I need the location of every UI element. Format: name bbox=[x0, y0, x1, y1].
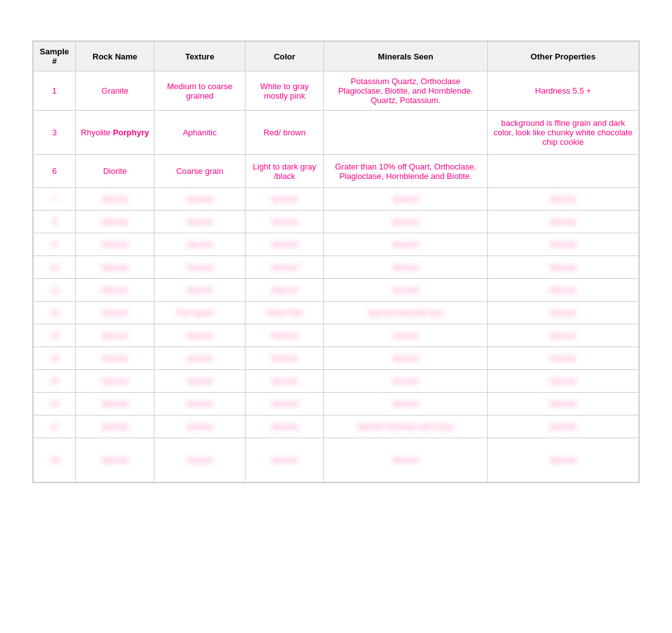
sample-cell: 7 bbox=[34, 188, 76, 211]
minerals-cell: blurred bbox=[324, 393, 487, 415]
rockname-cell: blurred bbox=[75, 211, 154, 233]
color-cell: Red/ brown bbox=[245, 111, 323, 155]
other-cell: blurred bbox=[487, 279, 638, 302]
sample-cell: 9 bbox=[34, 233, 76, 256]
table-row: 13blurredblurredblurredblurredblurred bbox=[34, 324, 639, 347]
table-row: 16blurredblurredblurredblurredblurred bbox=[34, 393, 639, 415]
table-row: 14blurredblurredblurredblurredblurred bbox=[34, 347, 639, 370]
rockname-cell: blurred bbox=[75, 415, 154, 438]
minerals-cell: blurred minerals text bbox=[324, 302, 487, 324]
other-cell: blurred bbox=[487, 324, 638, 347]
texture-cell: Medium to coarse grained bbox=[154, 71, 246, 111]
other-cell: blurred bbox=[487, 415, 638, 438]
table-row: 6DioriteCoarse grainLight to dark gray /… bbox=[34, 155, 639, 188]
color-cell: blurred bbox=[245, 256, 323, 279]
sample-cell: 15 bbox=[34, 370, 76, 393]
texture-cell: Coarse grain bbox=[154, 155, 246, 188]
texture-cell: Aphanitic bbox=[154, 111, 246, 155]
color-cell: Light to dark gray /black bbox=[245, 155, 323, 188]
table-row: 11blurredblurredblurredblurredblurred bbox=[34, 279, 639, 302]
sample-cell: 17 bbox=[34, 415, 76, 438]
main-table: Sample # Rock Name Texture Color Mineral… bbox=[32, 40, 640, 483]
other-cell: Hardness 5.5 + bbox=[487, 71, 638, 111]
texture-cell: blurred bbox=[154, 324, 246, 347]
color-cell: White to gray mostly pink bbox=[245, 71, 323, 111]
color-cell: blurred bbox=[245, 370, 323, 393]
table-header: Sample # Rock Name Texture Color Mineral… bbox=[34, 42, 639, 71]
sample-cell: 11 bbox=[34, 279, 76, 302]
col-texture: Texture bbox=[154, 42, 246, 71]
minerals-cell: Grater than 10% off Quart, Orthoclase, P… bbox=[324, 155, 487, 188]
minerals-cell: blurred minerals and more bbox=[324, 415, 487, 438]
table-row: 10blurredblurredblurredblurredblurred bbox=[34, 256, 639, 279]
minerals-cell: blurred bbox=[324, 233, 487, 256]
sample-cell: 3 bbox=[34, 111, 76, 155]
other-cell: blurred bbox=[487, 393, 638, 415]
minerals-cell: blurred bbox=[324, 370, 487, 393]
other-cell: blurred bbox=[487, 302, 638, 324]
sample-cell: 14 bbox=[34, 347, 76, 370]
rockname-cell: blurred bbox=[75, 233, 154, 256]
table-row: 9blurredblurredblurredblurredblurred bbox=[34, 233, 639, 256]
texture-cell: Fine grain ... bbox=[154, 302, 246, 324]
minerals-cell bbox=[324, 111, 487, 155]
table-row: 3Rhyolite PorphyryAphaniticRed/ brownbac… bbox=[34, 111, 639, 155]
rockname-cell: blurred bbox=[75, 347, 154, 370]
color-cell: blurred bbox=[245, 438, 323, 482]
table-row: 15blurredblurredblurredblurredblurred bbox=[34, 370, 639, 393]
color-cell: blurred bbox=[245, 279, 323, 302]
sample-cell: 6 bbox=[34, 155, 76, 188]
texture-cell: blurred bbox=[154, 393, 246, 415]
table-row: 7blurredblurredblurredblurredblurred bbox=[34, 188, 639, 211]
minerals-cell: blurred bbox=[324, 347, 487, 370]
table-row: 12blurredFine grain ...Dark Pinkblurred … bbox=[34, 302, 639, 324]
rockname-cell: blurred bbox=[75, 393, 154, 415]
sample-cell: 8 bbox=[34, 211, 76, 233]
other-cell: blurred bbox=[487, 233, 638, 256]
col-rockname: Rock Name bbox=[75, 42, 154, 71]
color-cell: blurred bbox=[245, 415, 323, 438]
col-minerals: Minerals Seen bbox=[324, 42, 487, 71]
rockname-cell: Diorite bbox=[75, 155, 154, 188]
color-cell: blurred bbox=[245, 233, 323, 256]
color-cell: blurred bbox=[245, 347, 323, 370]
sample-cell: 10 bbox=[34, 256, 76, 279]
texture-cell: blurred bbox=[154, 233, 246, 256]
other-cell: background is ffine grain and dark color… bbox=[487, 111, 638, 155]
rockname-cell: blurred bbox=[75, 438, 154, 482]
minerals-cell: blurred bbox=[324, 188, 487, 211]
other-cell: blurred bbox=[487, 370, 638, 393]
texture-cell: blurred bbox=[154, 347, 246, 370]
minerals-cell: blurred bbox=[324, 256, 487, 279]
texture-cell: blurred bbox=[154, 188, 246, 211]
rockname-cell: Rhyolite Porphyry bbox=[75, 111, 154, 155]
table-row: 17blurredblurredblurredblurred minerals … bbox=[34, 415, 639, 438]
other-cell: blurred bbox=[487, 188, 638, 211]
texture-cell: blurred bbox=[154, 370, 246, 393]
texture-cell: blurred bbox=[154, 438, 246, 482]
texture-cell: blurred bbox=[154, 279, 246, 302]
rockname-cell: Granite bbox=[75, 71, 154, 111]
color-cell: blurred bbox=[245, 324, 323, 347]
col-color: Color bbox=[245, 42, 323, 71]
other-cell: blurred bbox=[487, 256, 638, 279]
minerals-cell: blurred bbox=[324, 279, 487, 302]
rockname-cell: blurred bbox=[75, 370, 154, 393]
rockname-cell: blurred bbox=[75, 324, 154, 347]
color-cell: blurred bbox=[245, 211, 323, 233]
rockname-cell: blurred bbox=[75, 302, 154, 324]
minerals-cell: Potassium Quartz, Orthoclase Plagioclase… bbox=[324, 71, 487, 111]
rockname-cell: blurred bbox=[75, 279, 154, 302]
sample-cell: 1 bbox=[34, 71, 76, 111]
other-cell: blurred bbox=[487, 347, 638, 370]
table-row: 8blurredblurredblurredblurredblurred bbox=[34, 211, 639, 233]
rockname-cell: blurred bbox=[75, 256, 154, 279]
texture-cell: blurred bbox=[154, 415, 246, 438]
col-other: Other Properties bbox=[487, 42, 638, 71]
minerals-cell: blurred bbox=[324, 324, 487, 347]
other-cell: blurred bbox=[487, 438, 638, 482]
table-row: 1GraniteMedium to coarse grainedWhite to… bbox=[34, 71, 639, 111]
minerals-cell: blurred bbox=[324, 211, 487, 233]
sample-cell: 18 bbox=[34, 438, 76, 482]
rockname-cell: blurred bbox=[75, 188, 154, 211]
